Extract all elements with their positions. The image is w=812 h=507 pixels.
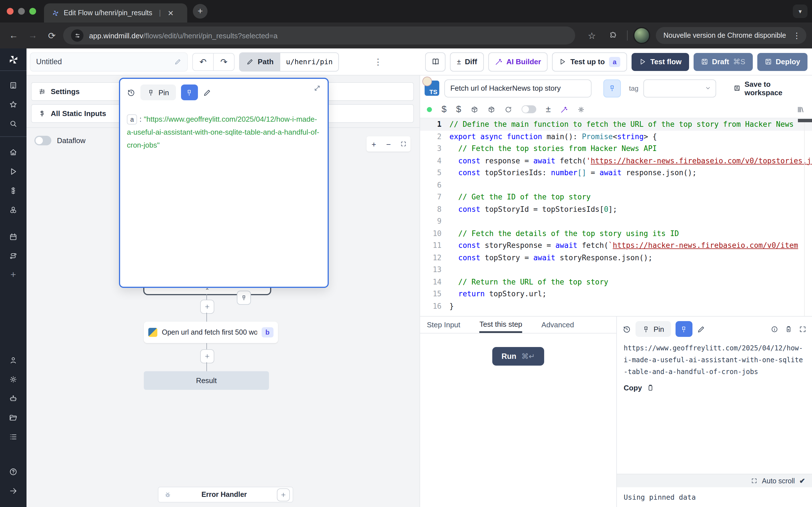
deploy-button[interactable]: Deploy: [757, 53, 808, 71]
editor-scrollbar[interactable]: [798, 119, 812, 122]
node-pin-badge[interactable]: [237, 291, 251, 305]
reload-button[interactable]: ⟳: [44, 27, 60, 43]
pinned-toggle-button[interactable]: [675, 321, 693, 337]
sidebar-item-workers[interactable]: [0, 389, 27, 408]
history-icon[interactable]: [622, 325, 631, 333]
pinned-toggle-button[interactable]: [181, 84, 198, 100]
expand-popup-icon[interactable]: [313, 84, 321, 92]
pin-button[interactable]: Pin: [140, 84, 176, 100]
code-line[interactable]: 11 const storyResponse = await fetch(`ht…: [420, 239, 812, 251]
expand-logs-icon[interactable]: [751, 478, 757, 484]
step-pin-button[interactable]: [604, 79, 620, 97]
code-line[interactable]: 7 // Get the ID of the top story: [420, 191, 812, 203]
code-line[interactable]: 1// Define the main function to fetch th…: [420, 118, 812, 130]
new-tab-button[interactable]: +: [193, 4, 207, 18]
undo-button[interactable]: ↶: [193, 53, 214, 70]
tab-search-button[interactable]: ▾: [793, 4, 808, 18]
sidebar-item-workspace[interactable]: [0, 75, 27, 95]
code-line[interactable]: 8 const topStoryId = topStoriesIds[0];: [420, 203, 812, 215]
collapse-chevron-icon[interactable]: ⌃: [205, 288, 210, 293]
run-button[interactable]: Run ⌘↵: [493, 347, 544, 365]
extensions-icon[interactable]: [605, 27, 621, 43]
tab-advanced[interactable]: Advanced: [541, 317, 574, 333]
docs-button[interactable]: [425, 52, 446, 71]
profile-avatar[interactable]: [633, 27, 650, 44]
auto-scroll-label[interactable]: Auto scroll: [762, 477, 795, 485]
code-line[interactable]: 9: [420, 215, 812, 227]
error-handler-node[interactable]: Error Handler: [158, 487, 293, 503]
back-button[interactable]: ←: [6, 27, 21, 43]
plusminus-icon[interactable]: ±: [546, 104, 551, 114]
code-line[interactable]: 2export async function main(): Promise<s…: [420, 130, 812, 143]
close-window-button[interactable]: [7, 8, 13, 15]
resources-dollar-icon[interactable]: $: [456, 104, 461, 114]
tab-test-this-step[interactable]: Test this step: [479, 317, 522, 333]
sidebar-item-folders[interactable]: [0, 408, 27, 427]
variables-icon[interactable]: $: [442, 104, 447, 114]
ai-assist-icon[interactable]: [560, 106, 567, 113]
minimize-window-button[interactable]: [18, 8, 25, 15]
zoom-in-button[interactable]: +: [366, 139, 381, 149]
reload-code-icon[interactable]: [505, 106, 512, 113]
sidebar-item-users[interactable]: [0, 350, 27, 370]
code-line[interactable]: 14 // Return the URL of the top story: [420, 276, 812, 288]
code-line[interactable]: 13: [420, 264, 812, 276]
forward-button[interactable]: →: [25, 27, 41, 43]
code-line[interactable]: 12 const topStory = await storyResponse.…: [420, 251, 812, 264]
code-line[interactable]: 15 return topStory.url;: [420, 288, 812, 300]
fit-view-button[interactable]: [396, 141, 410, 147]
tab-close-icon[interactable]: ✕: [165, 9, 176, 17]
zoom-out-button[interactable]: −: [381, 139, 396, 149]
history-icon[interactable]: [127, 88, 135, 97]
copy-json-icon[interactable]: [785, 325, 792, 333]
tab-step-input[interactable]: Step Input: [427, 317, 460, 333]
sidebar-expand-icon[interactable]: [0, 481, 27, 500]
package2-icon[interactable]: [488, 106, 495, 113]
path-button[interactable]: Path u/henri/pin: [239, 52, 339, 71]
diff-button[interactable]: ±Diff: [450, 52, 484, 71]
sidebar-item-help[interactable]: [0, 462, 27, 481]
sidebar-item-logs[interactable]: [0, 427, 27, 446]
code-line[interactable]: 10 // Fetch the details of the top story…: [420, 227, 812, 239]
editor-settings-icon[interactable]: [577, 106, 585, 113]
sidebar-item-favorites[interactable]: [0, 95, 27, 114]
maximize-window-button[interactable]: [29, 8, 36, 15]
node-b[interactable]: Open url and fetch first 500 words of ..…: [144, 322, 278, 343]
step-title-input[interactable]: [444, 79, 592, 97]
sidebar-item-variables[interactable]: [0, 181, 27, 200]
info-icon[interactable]: [771, 325, 778, 333]
ai-builder-button[interactable]: AI Builder: [488, 52, 548, 71]
sidebar-item-flows[interactable]: [0, 246, 27, 265]
browser-menu-icon[interactable]: ⋮: [791, 31, 803, 40]
tag-select[interactable]: [644, 79, 716, 97]
redo-button[interactable]: ↷: [214, 53, 234, 70]
sidebar-item-add[interactable]: +: [0, 265, 27, 284]
site-settings-icon[interactable]: [71, 29, 84, 42]
window-controls[interactable]: [7, 8, 36, 15]
sidebar-item-resources[interactable]: [0, 200, 27, 219]
insert-step-button[interactable]: [200, 300, 214, 314]
edit-pin-icon[interactable]: [203, 88, 211, 97]
code-line[interactable]: 4 const response = await fetch('https://…: [420, 155, 812, 167]
address-bar[interactable]: app.windmill.dev/flows/edit/u/henri/pin_…: [63, 26, 575, 45]
browser-tab[interactable]: Edit Flow u/henri/pin_results | ✕: [44, 3, 187, 22]
code-line[interactable]: 16}: [420, 300, 812, 312]
sidebar-item-schedules[interactable]: [0, 227, 27, 246]
test-flow-button[interactable]: Test flow: [632, 53, 689, 71]
sidebar-item-runs[interactable]: [0, 162, 27, 181]
sidebar-item-search[interactable]: [0, 114, 27, 133]
expand-result-icon[interactable]: [799, 325, 806, 333]
chrome-update-button[interactable]: Nouvelle version de Chrome disponible ⋮: [656, 27, 806, 44]
diff-mode-toggle[interactable]: [522, 105, 536, 113]
code-line[interactable]: 6: [420, 179, 812, 191]
windmill-logo[interactable]: [8, 54, 19, 65]
pin-button[interactable]: Pin: [636, 321, 671, 337]
sidebar-item-home[interactable]: [0, 143, 27, 162]
save-to-workspace-button[interactable]: Save to workspace: [733, 80, 806, 97]
edit-pin-icon[interactable]: [697, 325, 705, 333]
add-error-handler-button[interactable]: [277, 488, 290, 501]
copy-button[interactable]: Copy: [617, 378, 812, 398]
library-icon[interactable]: [797, 106, 804, 113]
insert-step-button[interactable]: [200, 349, 214, 363]
code-editor[interactable]: 1// Define the main function to fetch th…: [420, 118, 812, 316]
